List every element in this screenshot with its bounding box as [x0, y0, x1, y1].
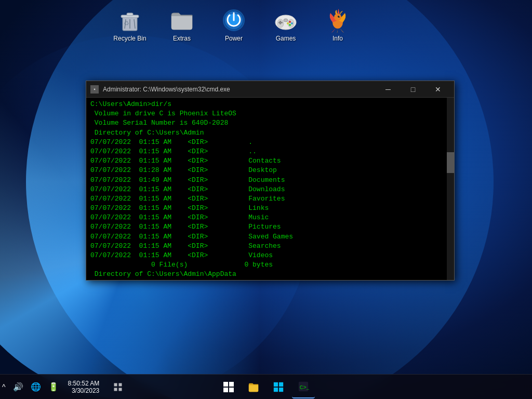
clock-date: 3/30/2023 [72, 387, 99, 394]
cmd-line: 07/07/2022 01:15 AM <DIR> Contacts [90, 156, 450, 166]
svg-rect-25 [229, 382, 234, 387]
recycle-bin-image: ♻ [117, 8, 142, 33]
svg-rect-31 [279, 387, 283, 391]
svg-point-17 [289, 24, 291, 26]
taskbar-center: C>_ [217, 376, 315, 398]
close-button[interactable]: ✕ [426, 81, 450, 98]
cmd-window-title: Administrator: C:\Windows\system32\cmd.e… [103, 86, 376, 93]
svg-rect-29 [279, 382, 283, 386]
cmd-line: 07/07/2022 01:15 AM <DIR> Favorites [90, 194, 450, 204]
svg-point-18 [287, 22, 289, 24]
tray-volume-icon[interactable]: 🔊 [11, 380, 25, 394]
notification-button[interactable] [107, 376, 129, 398]
tray-chevron-icon[interactable]: ^ [0, 381, 8, 393]
svg-rect-30 [274, 387, 278, 391]
info-image [325, 8, 350, 33]
recycle-bin-label: Recycle Bin [113, 35, 146, 42]
desktop: ♻ Recycle Bin Extras [0, 0, 532, 399]
clock-time: 8:50:52 AM [68, 380, 100, 387]
store-icon [273, 381, 284, 393]
taskbar-file-explorer[interactable] [242, 376, 265, 398]
minimize-button[interactable]: ─ [376, 81, 400, 98]
games-icon[interactable]: Games [265, 5, 307, 45]
extras-label: Extras [173, 35, 191, 42]
cmd-line: 07/07/2022 01:28 AM <DIR> Desktop [90, 166, 450, 175]
svg-point-15 [289, 21, 291, 23]
extras-image [169, 8, 194, 33]
games-label: Games [276, 35, 296, 42]
cmd-window-icon: ▪ [90, 85, 99, 94]
cmd-line: Directory of C:\Users\Admin [90, 128, 450, 138]
cmd-line: 07/07/2022 01:49 AM <DIR> Documents [90, 176, 450, 185]
cmd-line: 07/07/2022 01:15 AM <DIR> Links [90, 204, 450, 213]
taskbar-store[interactable] [267, 376, 290, 398]
cmd-line: 07/07/2022 01:15 AM <DIR> . [90, 138, 450, 147]
power-icon[interactable]: Power [213, 5, 255, 45]
tray-network-icon[interactable]: 🌐 [29, 380, 43, 394]
extras-icon[interactable]: Extras [161, 5, 203, 45]
cmd-line: 0 File(s) 0 bytes [90, 260, 450, 270]
cmd-line: 07/07/2022 01:15 AM <DIR> Downloads [90, 185, 450, 194]
recycle-bin-icon[interactable]: ♻ Recycle Bin [109, 5, 151, 45]
extras-svg [169, 8, 194, 33]
cmd-line: C:\Users\Admin>dir/s [90, 100, 450, 109]
clock-area[interactable]: 8:50:52 AM 3/30/2023 [65, 379, 103, 395]
notification-icon [113, 382, 123, 392]
cmd-body[interactable]: C:\Users\Admin>dir/s Volume in drive C i… [86, 98, 454, 280]
cmd-line: Volume in drive C is Phoenix LiteOS [90, 109, 450, 118]
cmd-line: 07/07/2022 01:15 AM <DIR> Videos [90, 251, 450, 260]
cmd-line: 07/07/2022 01:15 AM <DIR> Searches [90, 242, 450, 251]
svg-rect-26 [223, 388, 228, 392]
system-tray: ^ 🔊 🌐 🔋 [0, 380, 61, 394]
maximize-button[interactable]: □ [401, 81, 425, 98]
info-svg [325, 8, 350, 33]
cmd-window: ▪ Administrator: C:\Windows\system32\cmd… [86, 81, 455, 281]
windows-logo-icon [223, 382, 234, 392]
cmd-line: 07/07/2022 01:15 AM <DIR> Music [90, 213, 450, 222]
cmd-line: 07/07/2022 01:15 AM <DIR> Pictures [90, 222, 450, 232]
cmd-line: Volume Serial Number is 640D-2028 [90, 118, 450, 128]
svg-point-19 [284, 19, 288, 22]
recycle-bin-svg: ♻ [117, 8, 142, 33]
cmd-taskbar-icon: C>_ [298, 381, 309, 392]
svg-rect-34 [114, 383, 117, 386]
cmd-window-controls: ─ □ ✕ [376, 81, 450, 98]
file-explorer-icon [248, 381, 259, 393]
info-icon[interactable]: Info [317, 5, 358, 45]
games-svg [273, 8, 298, 33]
svg-text:C>_: C>_ [300, 384, 309, 390]
svg-rect-27 [229, 388, 234, 392]
svg-point-23 [339, 16, 339, 16]
cmd-line: 07/07/2022 01:15 AM <DIR> .. [90, 147, 450, 156]
power-label: Power [225, 35, 243, 42]
svg-rect-37 [119, 388, 122, 391]
power-image [221, 8, 246, 33]
cmd-scrollbar-thumb[interactable] [447, 152, 454, 173]
svg-rect-36 [114, 388, 117, 391]
taskbar-cmd[interactable]: C>_ [292, 376, 315, 398]
desktop-icons-container: ♻ Recycle Bin Extras [104, 0, 364, 50]
svg-rect-2 [127, 13, 133, 16]
cmd-line: Directory of C:\Users\Admin\AppData [90, 270, 450, 279]
svg-rect-35 [119, 383, 122, 386]
taskbar: C>_ ^ 🔊 🌐 🔋 8:50:52 AM 3/30/2023 [0, 374, 532, 399]
cmd-line: 07/07/2022 01:15 AM <DIR> Saved Games [90, 232, 450, 242]
svg-rect-14 [280, 21, 281, 24]
tray-battery-icon[interactable]: 🔋 [46, 380, 61, 394]
cmd-line: 07/07/2022 01:15 AM <DIR> .. [90, 280, 450, 280]
info-label: Info [332, 35, 343, 42]
cmd-titlebar: ▪ Administrator: C:\Windows\system32\cmd… [86, 81, 454, 98]
taskbar-right: ^ 🔊 🌐 🔋 8:50:52 AM 3/30/2023 [0, 376, 134, 398]
games-image [273, 8, 298, 33]
svg-rect-28 [274, 382, 278, 386]
svg-point-16 [291, 22, 293, 24]
start-button[interactable] [217, 376, 240, 398]
svg-text:♻: ♻ [124, 20, 129, 27]
svg-rect-24 [223, 382, 228, 387]
power-svg [221, 8, 246, 33]
cmd-scrollbar[interactable] [447, 98, 454, 280]
